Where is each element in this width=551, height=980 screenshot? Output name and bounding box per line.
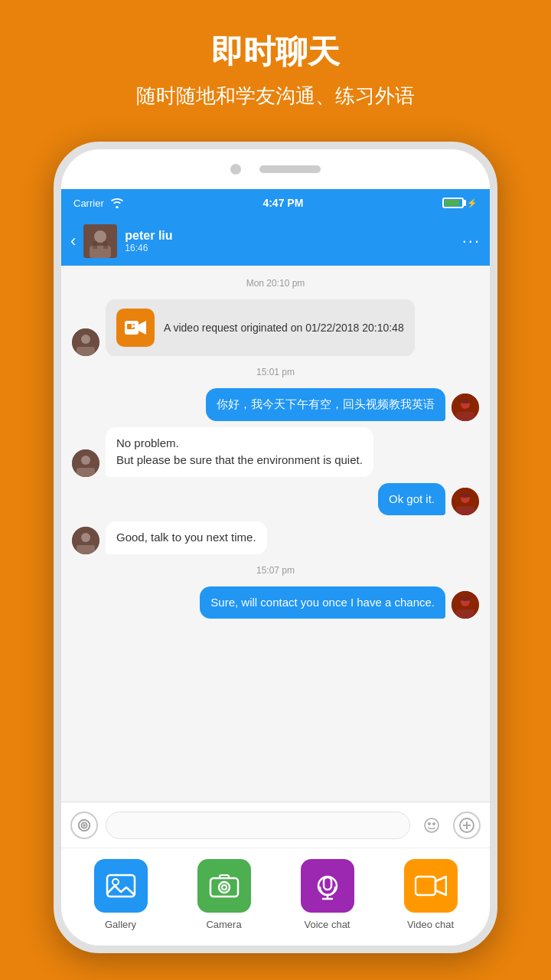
message-input[interactable] bbox=[106, 812, 410, 839]
incoming-avatar-2 bbox=[72, 449, 99, 477]
add-button[interactable] bbox=[453, 812, 481, 839]
chat-header: ‹ peter liu 16:46 ··· bbox=[61, 217, 490, 266]
camera-label: Camera bbox=[206, 919, 241, 930]
voice-chat-label: Voice chat bbox=[305, 919, 350, 930]
status-right: ⚡ bbox=[442, 198, 478, 208]
video-chat-icon-box bbox=[404, 859, 458, 913]
svg-rect-21 bbox=[456, 506, 474, 515]
msg-row-video-request: A video request originated on 01/22/2018… bbox=[72, 299, 479, 356]
outgoing-avatar-3 bbox=[452, 591, 479, 619]
bottom-toolbar: Gallery Camera bbox=[61, 848, 490, 946]
phone-notch bbox=[61, 149, 490, 189]
bubble-in-2: Good, talk to you next time. bbox=[106, 521, 267, 554]
svg-point-6 bbox=[81, 335, 90, 344]
outgoing-avatar-2 bbox=[452, 488, 479, 515]
bubble-out-2: Ok got it. bbox=[378, 483, 445, 516]
msg-row-in-2: Good, talk to you next time. bbox=[72, 521, 479, 554]
svg-marker-49 bbox=[435, 877, 446, 895]
tool-gallery[interactable]: Gallery bbox=[94, 859, 148, 930]
contact-avatar bbox=[83, 224, 117, 258]
svg-point-33 bbox=[425, 818, 439, 832]
svg-rect-3 bbox=[93, 241, 97, 249]
video-request-icon bbox=[116, 309, 155, 347]
emoji-button[interactable] bbox=[418, 812, 445, 839]
svg-point-32 bbox=[83, 825, 85, 826]
avatar-image bbox=[83, 224, 117, 258]
camera-icon-box bbox=[197, 859, 251, 913]
msg-row-in-1: No problem.But please be sure that the e… bbox=[72, 427, 479, 477]
svg-point-43 bbox=[222, 885, 227, 890]
svg-point-1 bbox=[94, 230, 106, 243]
page-header: 即时聊天 随时随地和学友沟通、练习外语 bbox=[0, 0, 551, 125]
time-divider-3: 15:07 pm bbox=[72, 565, 479, 576]
bubble-out-3: Sure, will contact you once I have a cha… bbox=[200, 586, 445, 619]
time-divider-2: 15:01 pm bbox=[72, 367, 479, 377]
svg-point-34 bbox=[429, 822, 430, 824]
svg-point-17 bbox=[81, 456, 90, 465]
gallery-icon-box bbox=[94, 859, 148, 913]
tool-voice-chat[interactable]: Voice chat bbox=[301, 859, 354, 930]
svg-point-42 bbox=[219, 882, 230, 893]
tool-camera[interactable]: Camera bbox=[197, 859, 251, 930]
more-button[interactable]: ··· bbox=[462, 231, 481, 251]
svg-point-24 bbox=[81, 533, 90, 542]
time-divider-1: Mon 20:10 pm bbox=[72, 278, 479, 289]
contact-name: peter liu bbox=[125, 229, 461, 243]
battery-fill bbox=[445, 200, 459, 206]
video-request-bubble: A video request originated on 01/22/2018… bbox=[106, 299, 415, 356]
svg-point-35 bbox=[433, 822, 435, 824]
carrier-label: Carrier bbox=[73, 198, 104, 209]
back-button[interactable]: ‹ bbox=[70, 231, 76, 251]
contact-info: peter liu 16:46 bbox=[125, 229, 461, 253]
bubble-out-1: 你好，我今天下午有空，回头视频教我英语 bbox=[206, 388, 445, 421]
phone-inner: Carrier 4:47 PM ⚡ ‹ bbox=[61, 149, 490, 946]
svg-point-22 bbox=[459, 493, 471, 498]
incoming-avatar-3 bbox=[72, 527, 99, 554]
svg-rect-41 bbox=[210, 878, 238, 897]
gallery-label: Gallery bbox=[105, 919, 136, 930]
messages-area: Mon 20:10 pm bbox=[61, 266, 490, 802]
msg-row-out-2: Ok got it. bbox=[72, 483, 479, 516]
outgoing-avatar-1 bbox=[452, 394, 479, 421]
svg-marker-9 bbox=[139, 321, 146, 335]
voice-input-button[interactable] bbox=[70, 812, 98, 839]
svg-rect-39 bbox=[107, 875, 135, 897]
phone-frame: Carrier 4:47 PM ⚡ ‹ bbox=[54, 142, 497, 953]
video-request-text: A video request originated on 01/22/2018… bbox=[164, 320, 404, 336]
incoming-avatar-1 bbox=[72, 328, 99, 356]
svg-point-15 bbox=[459, 399, 471, 403]
svg-rect-14 bbox=[456, 412, 474, 421]
wifi-icon bbox=[110, 198, 124, 208]
svg-point-29 bbox=[459, 596, 471, 601]
notch-camera bbox=[230, 164, 241, 175]
status-left: Carrier bbox=[73, 198, 124, 209]
bolt-icon: ⚡ bbox=[467, 198, 478, 208]
svg-rect-25 bbox=[77, 545, 95, 554]
page-subtitle: 随时随地和学友沟通、练习外语 bbox=[31, 83, 520, 109]
page-title: 即时聊天 bbox=[31, 31, 520, 74]
voice-chat-icon-box bbox=[301, 859, 354, 913]
svg-rect-45 bbox=[324, 877, 331, 890]
input-bar bbox=[61, 802, 490, 848]
battery-icon bbox=[442, 198, 464, 208]
tool-video-chat[interactable]: Video chat bbox=[404, 859, 458, 930]
msg-row-out-1: 你好，我今天下午有空，回头视频教我英语 bbox=[72, 388, 479, 421]
svg-rect-18 bbox=[77, 468, 95, 477]
svg-rect-4 bbox=[103, 241, 108, 249]
msg-row-out-3: Sure, will contact you once I have a cha… bbox=[72, 586, 479, 619]
bubble-in-1: No problem.But please be sure that the e… bbox=[106, 427, 373, 477]
status-bar: Carrier 4:47 PM ⚡ bbox=[61, 189, 490, 217]
notch-speaker bbox=[259, 165, 321, 173]
svg-rect-48 bbox=[416, 877, 435, 895]
svg-rect-7 bbox=[77, 347, 95, 356]
svg-rect-28 bbox=[456, 609, 474, 619]
video-chat-label: Video chat bbox=[407, 919, 454, 930]
svg-point-40 bbox=[112, 879, 119, 885]
status-time: 4:47 PM bbox=[262, 197, 303, 209]
contact-status: 16:46 bbox=[125, 243, 461, 253]
